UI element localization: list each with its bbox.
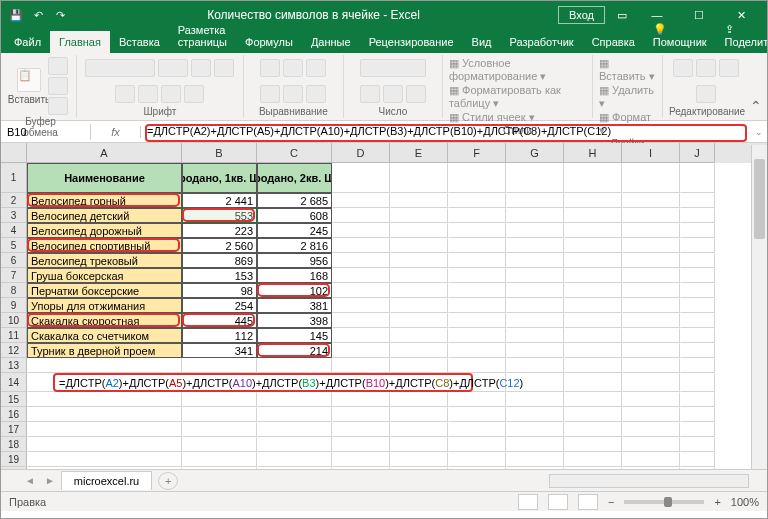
row-header[interactable]: 4 <box>1 223 27 238</box>
cell[interactable]: Скакалка со счетчиком <box>27 328 182 343</box>
grid[interactable]: ABCDEFGHIJ 12345678910111213141516171819… <box>1 143 767 469</box>
cell[interactable] <box>506 313 564 328</box>
cell[interactable] <box>506 223 564 238</box>
cell[interactable] <box>182 467 257 469</box>
cell[interactable] <box>390 392 448 407</box>
cell[interactable] <box>506 163 564 193</box>
sheet-tab[interactable]: microexcel.ru <box>61 471 152 490</box>
cell[interactable] <box>390 193 448 208</box>
cell[interactable] <box>622 238 680 253</box>
cell[interactable] <box>680 193 715 208</box>
tab-help[interactable]: Справка <box>583 31 644 53</box>
cell[interactable]: Велосипед горный <box>27 193 182 208</box>
cell[interactable] <box>332 422 390 437</box>
cell[interactable] <box>680 283 715 298</box>
tab-review[interactable]: Рецензирование <box>360 31 463 53</box>
row-header[interactable]: 10 <box>1 313 27 328</box>
cell[interactable] <box>564 373 622 392</box>
cell[interactable] <box>390 313 448 328</box>
cell[interactable] <box>332 313 390 328</box>
redo-icon[interactable]: ↷ <box>51 6 69 24</box>
col-header[interactable]: I <box>622 143 680 163</box>
cell[interactable]: 2 685 <box>257 193 332 208</box>
format-as-table[interactable]: ▦ Форматировать как таблицу ▾ <box>449 84 586 110</box>
sheet-nav-next[interactable]: ► <box>41 475 59 486</box>
cell[interactable] <box>506 422 564 437</box>
cell[interactable] <box>622 223 680 238</box>
sheet-nav-prev[interactable]: ◄ <box>21 475 39 486</box>
cell[interactable] <box>506 343 564 358</box>
cell[interactable] <box>622 283 680 298</box>
cell[interactable] <box>506 407 564 422</box>
cell[interactable]: Велосипед спортивный <box>27 238 182 253</box>
tab-data[interactable]: Данные <box>302 31 360 53</box>
cell[interactable] <box>257 452 332 467</box>
cell[interactable] <box>27 437 182 452</box>
tab-view[interactable]: Вид <box>463 31 501 53</box>
cell[interactable] <box>332 452 390 467</box>
cell[interactable] <box>390 223 448 238</box>
cell[interactable] <box>680 298 715 313</box>
cell[interactable] <box>390 452 448 467</box>
cell[interactable] <box>564 298 622 313</box>
cell[interactable] <box>564 283 622 298</box>
cell[interactable] <box>564 328 622 343</box>
select-all-corner[interactable] <box>1 143 27 163</box>
row-header[interactable]: 17 <box>1 422 27 437</box>
cell[interactable] <box>332 392 390 407</box>
cell[interactable] <box>448 313 506 328</box>
cell[interactable] <box>564 392 622 407</box>
cell[interactable]: 445 <box>182 313 257 328</box>
cell[interactable] <box>332 437 390 452</box>
cell[interactable] <box>564 268 622 283</box>
cell[interactable] <box>680 452 715 467</box>
cell[interactable] <box>680 268 715 283</box>
font-controls[interactable] <box>83 57 237 105</box>
cell[interactable] <box>564 163 622 193</box>
cell[interactable] <box>332 358 390 373</box>
fx-button[interactable]: fx <box>91 126 141 138</box>
cell[interactable]: Велосипед детский <box>27 208 182 223</box>
horizontal-scrollbar[interactable] <box>549 474 749 488</box>
cell[interactable] <box>506 238 564 253</box>
cell[interactable] <box>564 253 622 268</box>
cell[interactable] <box>622 422 680 437</box>
cell[interactable]: 214 <box>257 343 332 358</box>
row-header[interactable]: 19 <box>1 452 27 467</box>
cell[interactable] <box>182 437 257 452</box>
cell[interactable] <box>680 223 715 238</box>
zoom-plus[interactable]: + <box>714 496 720 508</box>
cell[interactable] <box>680 253 715 268</box>
cell[interactable]: 869 <box>182 253 257 268</box>
cell[interactable] <box>680 238 715 253</box>
cell[interactable]: Велосипед дорожный <box>27 223 182 238</box>
cell[interactable] <box>506 467 564 469</box>
cell[interactable] <box>27 392 182 407</box>
row-header[interactable]: 2 <box>1 193 27 208</box>
cell[interactable]: 98 <box>182 283 257 298</box>
row-header[interactable]: 13 <box>1 358 27 373</box>
row-header[interactable]: 16 <box>1 407 27 422</box>
col-header[interactable]: D <box>332 143 390 163</box>
cell[interactable] <box>680 437 715 452</box>
formula-inline[interactable]: =ДЛСТР(A2)+ДЛСТР(A5)+ДЛСТР(A10)+ДЛСТР(B3… <box>53 373 473 392</box>
cell[interactable] <box>564 437 622 452</box>
row-header[interactable]: 20 <box>1 467 27 469</box>
cell[interactable] <box>564 208 622 223</box>
cell[interactable] <box>506 452 564 467</box>
cell[interactable]: Перчатки боксерские <box>27 283 182 298</box>
cell[interactable] <box>564 223 622 238</box>
cell[interactable] <box>564 343 622 358</box>
cell[interactable] <box>257 422 332 437</box>
cell[interactable]: 341 <box>182 343 257 358</box>
cell[interactable]: 381 <box>257 298 332 313</box>
cell[interactable] <box>448 437 506 452</box>
cell[interactable] <box>390 208 448 223</box>
cell[interactable] <box>680 163 715 193</box>
format-painter-button[interactable] <box>48 97 68 115</box>
row-header[interactable]: 5 <box>1 238 27 253</box>
col-header[interactable]: F <box>448 143 506 163</box>
number-controls[interactable] <box>350 57 436 105</box>
view-layout[interactable] <box>548 494 568 510</box>
cell[interactable] <box>680 358 715 373</box>
